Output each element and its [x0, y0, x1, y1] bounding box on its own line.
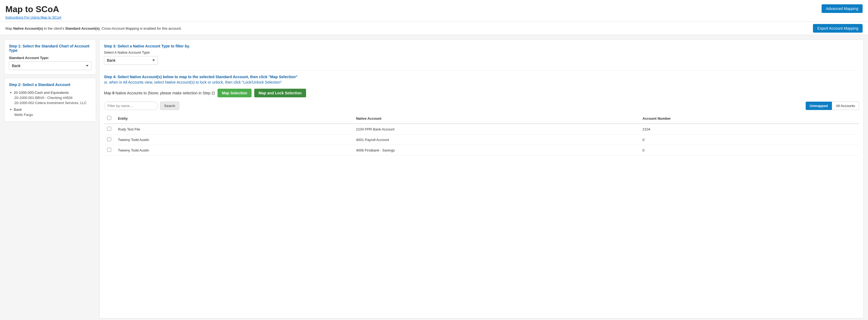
- row-account-number-2: 0: [640, 145, 859, 155]
- step2-card: Step 2: Select a Standard Account ▼ 20-1…: [4, 78, 96, 122]
- step1-card: Step 1: Select the Standard Chart of Acc…: [4, 39, 96, 75]
- standard-account-type-select[interactable]: Bank Income Expense Asset Liability Equi…: [9, 62, 92, 70]
- step3-section: Step 3: Select a Native Account Type to …: [104, 44, 859, 65]
- step1-title: Step 1: Select the Standard Chart of Acc…: [9, 44, 92, 52]
- filter-bar: Search Unmapped All Accounts: [104, 102, 859, 110]
- subheader-mid: to the client's: [43, 27, 65, 31]
- subheader-text: Map Native Account(s) to the client's St…: [5, 27, 182, 31]
- tree-leaf-2[interactable]: 20-1000-002·Cetera Investment Services, …: [14, 100, 92, 105]
- step3-title: Step 3: Select a Native Account Type to …: [104, 44, 859, 48]
- row-entity-2: Tweeny Todd Austin: [115, 145, 353, 155]
- unmapped-button[interactable]: Unmapped: [806, 102, 832, 110]
- mapping-selection: (None; please make selection in Step 2): [148, 91, 215, 95]
- subheader-bold2: Standard Account(s): [65, 27, 100, 31]
- page-header: Map to SCoA Instructions For Using Map t…: [0, 0, 868, 22]
- export-account-mapping-button[interactable]: Export Account Mapping: [813, 24, 863, 33]
- row-entity-0: Rudy Test File: [115, 124, 353, 135]
- tree-node-1-label[interactable]: 20-1000-000·Cash and Equivalents: [14, 91, 69, 95]
- mapping-mid: Native Accounts to: [115, 91, 148, 95]
- mapping-text: Map 0 Native Accounts to (None; please m…: [104, 91, 215, 95]
- step4-title: Step 4: Select Native Account(s) below t…: [104, 75, 859, 79]
- step4-section: Step 4: Select Native Account(s) below t…: [104, 70, 859, 155]
- tree-leaf-1[interactable]: 20-1000-001·BBVA - Checking #4504: [14, 95, 92, 100]
- row-account-number-1: 0: [640, 135, 859, 145]
- row-checkbox-cell: [104, 124, 115, 135]
- row-native-account-1: 4001 Payroll Account: [353, 135, 640, 145]
- subheader: Map Native Account(s) to the client's St…: [0, 22, 868, 35]
- tree-collapse-icon-2[interactable]: ▼: [9, 108, 13, 112]
- mapping-prefix: Map: [104, 91, 112, 95]
- row-account-number-0: 2104: [640, 124, 859, 135]
- page-subtitle[interactable]: Instructions For Using Map to SCoA: [5, 15, 61, 20]
- search-button[interactable]: Search: [160, 102, 179, 110]
- native-account-type-label: Select A Native Account Type:: [104, 50, 859, 55]
- standard-account-tree: ▼ 20-1000-000·Cash and Equivalents 20-10…: [9, 90, 92, 117]
- table-row: Rudy Test File 2104 PPR Bank Account 210…: [104, 124, 859, 135]
- row-checkbox-1[interactable]: [107, 137, 111, 141]
- standard-account-type-label: Standard Account Type:: [9, 56, 92, 60]
- accounts-table: Entity Native Account Account Number Rud…: [104, 113, 859, 155]
- advanced-mapping-button[interactable]: Advanced Mapping: [822, 4, 863, 13]
- subheader-bold1: Native Account(s): [13, 27, 43, 31]
- tree-node-2-label[interactable]: Bank: [14, 108, 22, 112]
- map-selection-button[interactable]: Map Selection: [218, 89, 252, 97]
- row-native-account-2: 4006 Firstbank - Savings: [353, 145, 640, 155]
- step2-title: Step 2: Select a Standard Account: [9, 82, 92, 87]
- table-row: Tweeny Todd Austin 4001 Payroll Account …: [104, 135, 859, 145]
- table-row: Tweeny Todd Austin 4006 Firstbank - Savi…: [104, 145, 859, 155]
- subheader-prefix: Map: [5, 27, 13, 31]
- step4-subtitle: or, when in All Accounts view, select Na…: [104, 80, 859, 84]
- col-native-account: Native Account: [353, 113, 640, 124]
- select-all-checkbox[interactable]: [107, 116, 111, 120]
- mapping-bar: Map 0 Native Accounts to (None; please m…: [104, 89, 859, 97]
- row-checkbox-0[interactable]: [107, 127, 111, 131]
- row-checkbox-cell: [104, 145, 115, 155]
- map-and-lock-selection-button[interactable]: Map and Lock Selection: [254, 89, 306, 97]
- filter-name-input[interactable]: [104, 102, 158, 110]
- col-entity: Entity: [115, 113, 353, 124]
- row-native-account-0: 2104 PPR Bank Account: [353, 124, 640, 135]
- col-account-number: Account Number: [640, 113, 859, 124]
- tree-collapse-icon-1[interactable]: ▼: [9, 91, 13, 95]
- all-accounts-button[interactable]: All Accounts: [832, 102, 859, 110]
- mapping-count: 0: [112, 91, 115, 95]
- col-checkbox: [104, 113, 115, 124]
- row-entity-1: Tweeny Todd Austin: [115, 135, 353, 145]
- native-account-type-select[interactable]: Bank Income Expense Asset Liability: [104, 56, 158, 65]
- page-title: Map to SCoA: [5, 4, 61, 14]
- right-panel: Step 3: Select a Native Account Type to …: [99, 39, 864, 318]
- tree-leaf-3[interactable]: Wells Fargo: [14, 112, 92, 117]
- subheader-suffix: . Cross-Account Mapping is enabled for t…: [100, 27, 182, 31]
- row-checkbox-cell: [104, 135, 115, 145]
- row-checkbox-2[interactable]: [107, 148, 111, 152]
